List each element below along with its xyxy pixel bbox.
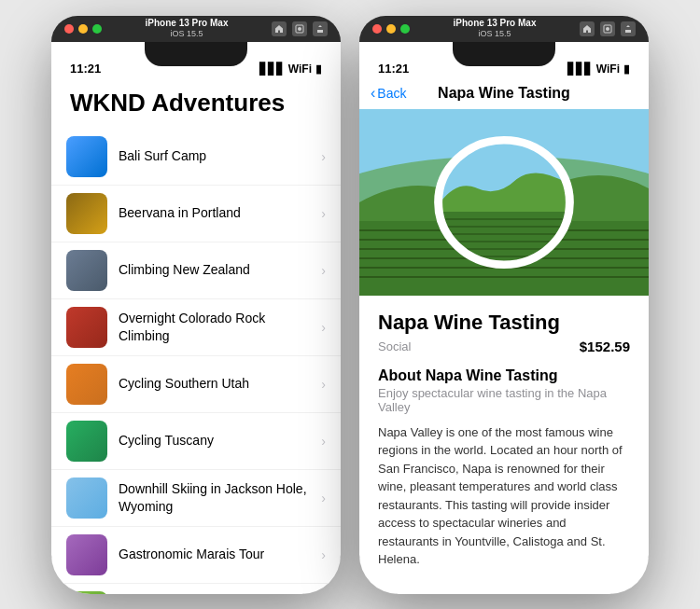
chevron-right-icon: › bbox=[321, 377, 326, 392]
status-icons-right: ▋▋▋ WiFi ▮ bbox=[567, 62, 630, 76]
mac-icons-left bbox=[272, 21, 328, 36]
signal-icon-r: ▋▋▋ bbox=[567, 62, 593, 76]
nav-title: Napa Wine Tasting bbox=[438, 85, 570, 102]
list-item[interactable]: Bali Surf Camp› bbox=[51, 129, 341, 186]
left-screen-content[interactable]: WKND Adventures Bali Surf Camp›Beervana … bbox=[51, 79, 341, 594]
wifi-icon: WiFi bbox=[288, 62, 312, 76]
share-icon-r[interactable] bbox=[621, 21, 636, 36]
svg-point-1 bbox=[298, 27, 301, 31]
home-icon[interactable] bbox=[272, 21, 287, 36]
right-phone: iPhone 13 Pro Max iOS 15.5 11:21 ▋▋▋ WiF… bbox=[359, 16, 649, 594]
list-item[interactable]: Cycling Southern Utah› bbox=[51, 356, 341, 413]
detail-about-subtitle: Enjoy spectacular wine tasting in the Na… bbox=[378, 386, 630, 414]
adventure-name: Gastronomic Marais Tour bbox=[119, 546, 315, 562]
detail-price: $152.59 bbox=[580, 339, 630, 354]
adventure-name: Overnight Colorado Rock Climbing bbox=[119, 310, 315, 343]
list-item[interactable]: Climbing New Zealand› bbox=[51, 242, 341, 299]
adventure-name: Downhill Skiing in Jackson Hole, Wyoming bbox=[119, 480, 315, 514]
adventure-name: Cycling Tuscany bbox=[119, 432, 315, 449]
chevron-right-icon: › bbox=[321, 491, 326, 505]
list-item[interactable]: Gastronomic Marais Tour› bbox=[51, 527, 341, 584]
page-title-left: WKND Adventures bbox=[51, 79, 341, 129]
adventure-thumbnail bbox=[66, 136, 107, 177]
adventure-thumbnail bbox=[66, 591, 107, 594]
mac-dots bbox=[64, 24, 102, 34]
nav-bar: ‹ Back Napa Wine Tasting bbox=[359, 79, 649, 109]
chevron-right-icon: › bbox=[321, 320, 326, 335]
detail-content: Napa Wine Tasting Social $152.59 About N… bbox=[359, 296, 649, 584]
adventure-thumbnail bbox=[66, 193, 107, 234]
mac-dots-right bbox=[372, 24, 410, 34]
adventure-name: Climbing New Zealand bbox=[119, 261, 315, 278]
dot-green-r[interactable] bbox=[400, 24, 410, 34]
battery-icon-r: ▮ bbox=[623, 62, 630, 76]
share-icon[interactable] bbox=[313, 21, 328, 36]
adventure-name: Beervana in Portland bbox=[119, 204, 315, 221]
wifi-icon-r: WiFi bbox=[596, 62, 620, 76]
mac-icons-right bbox=[580, 21, 636, 36]
status-icons-left: ▋▋▋ WiFi ▮ bbox=[259, 62, 322, 76]
dot-yellow[interactable] bbox=[78, 24, 88, 34]
hero-svg bbox=[359, 109, 649, 296]
signal-icon: ▋▋▋ bbox=[259, 62, 285, 76]
adventure-name: Bali Surf Camp bbox=[119, 147, 315, 164]
back-button[interactable]: ‹ Back bbox=[371, 85, 406, 102]
list-item[interactable]: Napa Wine Tasting› bbox=[51, 584, 341, 594]
detail-meta: Social $152.59 bbox=[378, 339, 630, 354]
list-item[interactable]: Downhill Skiing in Jackson Hole, Wyoming… bbox=[51, 470, 341, 527]
home-icon-r[interactable] bbox=[580, 21, 595, 36]
adventure-thumbnail bbox=[66, 250, 107, 291]
dot-yellow-r[interactable] bbox=[386, 24, 396, 34]
dot-red[interactable] bbox=[64, 24, 74, 34]
time-left: 11:21 bbox=[70, 62, 101, 76]
back-label: Back bbox=[377, 86, 406, 101]
dot-red-r[interactable] bbox=[372, 24, 382, 34]
left-screen: 11:21 ▋▋▋ WiFi ▮ WKND Adventures Bali Su… bbox=[51, 42, 341, 594]
chevron-right-icon: › bbox=[321, 547, 326, 562]
list-item[interactable]: Cycling Tuscany› bbox=[51, 413, 341, 470]
adventure-thumbnail bbox=[66, 534, 107, 575]
back-chevron-icon: ‹ bbox=[371, 85, 375, 102]
detail-body-text: Napa Valley is one of the most famous wi… bbox=[378, 423, 630, 569]
screenshot-icon[interactable] bbox=[292, 21, 307, 36]
chevron-right-icon: › bbox=[321, 263, 326, 278]
mac-title-left: iPhone 13 Pro Max iOS 15.5 bbox=[146, 17, 229, 40]
adventure-thumbnail bbox=[66, 478, 107, 519]
detail-title: Napa Wine Tasting bbox=[378, 311, 630, 335]
adventure-thumbnail bbox=[66, 364, 107, 405]
list-item[interactable]: Beervana in Portland› bbox=[51, 186, 341, 242]
svg-point-3 bbox=[606, 27, 609, 31]
hero-image bbox=[359, 109, 649, 296]
detail-about-title: About Napa Wine Tasting bbox=[378, 367, 630, 384]
detail-category: Social bbox=[378, 339, 411, 353]
screenshot-icon-r[interactable] bbox=[600, 21, 615, 36]
mac-toolbar-right: iPhone 13 Pro Max iOS 15.5 bbox=[359, 16, 649, 42]
mac-title-right: iPhone 13 Pro Max iOS 15.5 bbox=[454, 17, 537, 40]
right-screen: 11:21 ▋▋▋ WiFi ▮ ‹ Back Napa Wine Tastin… bbox=[359, 42, 649, 594]
battery-icon: ▮ bbox=[315, 62, 322, 76]
chevron-right-icon: › bbox=[321, 434, 326, 449]
adventure-list: Bali Surf Camp›Beervana in Portland›Clim… bbox=[51, 129, 341, 594]
adventure-thumbnail bbox=[66, 307, 107, 348]
chevron-right-icon: › bbox=[321, 149, 326, 164]
notch-left bbox=[145, 42, 247, 66]
chevron-right-icon: › bbox=[321, 206, 326, 221]
left-phone: iPhone 13 Pro Max iOS 15.5 11:21 ▋▋▋ WiF… bbox=[51, 16, 341, 594]
notch-right bbox=[453, 42, 555, 66]
adventure-thumbnail bbox=[66, 421, 107, 462]
adventure-name: Cycling Southern Utah bbox=[119, 375, 315, 392]
list-item[interactable]: Overnight Colorado Rock Climbing› bbox=[51, 299, 341, 356]
dot-green[interactable] bbox=[92, 24, 102, 34]
mac-toolbar-left: iPhone 13 Pro Max iOS 15.5 bbox=[51, 16, 341, 42]
time-right: 11:21 bbox=[378, 62, 409, 76]
